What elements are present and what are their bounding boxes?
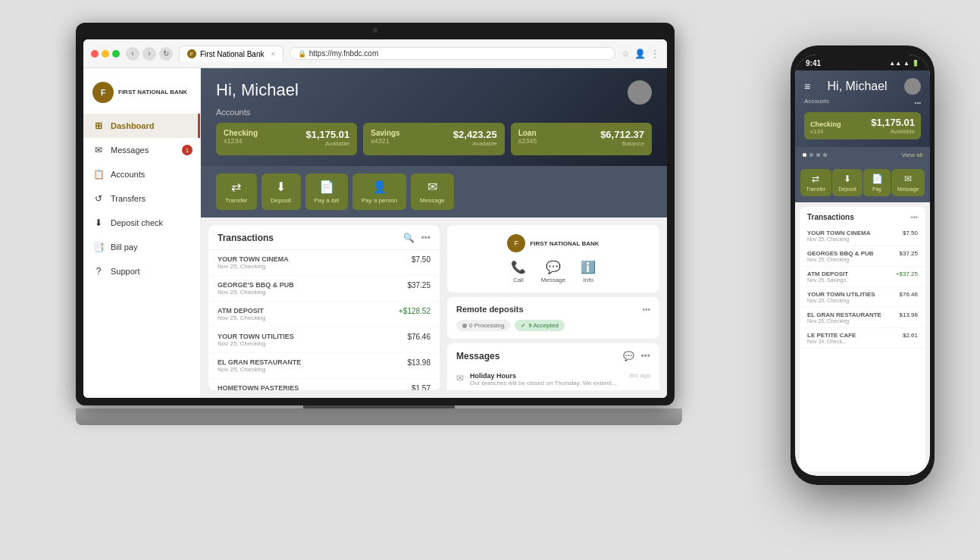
phone-dot-1[interactable] bbox=[809, 153, 813, 157]
phone-txn-name-3: YOUR TOWN UTILITIES bbox=[807, 291, 875, 298]
phone-user-avatar[interactable] bbox=[904, 78, 921, 95]
loan-name: Loan bbox=[518, 129, 537, 137]
phone-dot-0[interactable] bbox=[803, 153, 806, 157]
message-envelope-icon-0: ✉ bbox=[456, 373, 464, 383]
phone-pay-button[interactable]: 📄 Pay bbox=[863, 169, 891, 196]
phone-account-amount: $1,175.01 bbox=[871, 117, 915, 128]
phone-menu-icon[interactable]: ≡ bbox=[804, 80, 810, 92]
phone-account-card[interactable]: Checking x134 $1,175.01 Available bbox=[804, 112, 921, 139]
sidebar-item-billpay[interactable]: 📑 Bill pay bbox=[83, 235, 200, 259]
laptop-screen-frame: ‹ › ↻ F First National Bank × 🔒 https://… bbox=[76, 23, 675, 405]
address-bar[interactable]: 🔒 https://my.fnbdc.com bbox=[290, 47, 615, 60]
back-button[interactable]: ‹ bbox=[126, 47, 139, 61]
savings-account-card[interactable]: Savings x4321 $2,423.25 Available bbox=[363, 123, 504, 155]
transfer-button[interactable]: ⇄ Transfer bbox=[216, 174, 257, 210]
txn-row-2[interactable]: ATM DEPOSIT Nov 25, Checking +$128.52 bbox=[208, 302, 440, 327]
phone-txn-name-1: GEORGES BBQ & PUB bbox=[807, 250, 874, 257]
battery-icon: 🔋 bbox=[912, 60, 919, 67]
browser-navigation: ‹ › ↻ bbox=[126, 47, 173, 61]
phone-account-number: x134 bbox=[810, 128, 841, 135]
phone-txn-4[interactable]: EL GRAN RESTAURANTE Nov 25, Checking $13… bbox=[800, 308, 925, 328]
txn-row-1[interactable]: GEORGE'S BBQ & PUB Nov 25, Checking $37.… bbox=[208, 276, 440, 302]
forward-button[interactable]: › bbox=[142, 47, 156, 61]
minimize-window-button[interactable] bbox=[102, 50, 109, 58]
txn-amount-3: $76.46 bbox=[407, 333, 431, 347]
txn-row-5[interactable]: HOMETOWN PASTERIES Nov 25, Checking $1.5… bbox=[208, 379, 440, 390]
phone-transfer-button[interactable]: ⇄ Transfer bbox=[800, 169, 832, 196]
reload-button[interactable]: ↻ bbox=[159, 47, 173, 61]
loan-account-card[interactable]: Loan x2345 $6,712.37 Balance bbox=[511, 123, 652, 155]
checking-amount: $1,175.01 bbox=[305, 129, 349, 140]
call-action[interactable]: 📞 Call bbox=[511, 260, 526, 283]
call-label: Call bbox=[513, 277, 524, 283]
message-item-0[interactable]: ✉ Holiday Hours Our branches will be clo… bbox=[456, 368, 650, 390]
info-action[interactable]: ℹ️ Info bbox=[581, 260, 596, 283]
pay-person-button[interactable]: 👤 Pay a person bbox=[352, 174, 406, 210]
checking-account-card[interactable]: Checking x1234 $1,175.01 Available bbox=[216, 123, 357, 155]
user-avatar[interactable] bbox=[628, 80, 652, 105]
search-icon[interactable]: 🔍 bbox=[403, 233, 415, 243]
dashboard-icon: ⊞ bbox=[92, 120, 105, 132]
maximize-window-button[interactable] bbox=[112, 50, 120, 58]
messages-panel-header: Messages 💬 ••• bbox=[456, 351, 650, 361]
savings-amount: $2,423.25 bbox=[453, 129, 497, 140]
phone-status-icons: ▲▲ ▲ 🔋 bbox=[889, 60, 919, 67]
phone-dot-2[interactable] bbox=[816, 153, 820, 157]
main-content: Hi, Michael Accounts Checking bbox=[201, 68, 667, 398]
phone-txn-2[interactable]: ATM Deposit Nov 25, Savings +$37.25 bbox=[800, 267, 925, 287]
browser-tab[interactable]: F First National Bank × bbox=[179, 45, 283, 61]
messages-more-icon[interactable]: ••• bbox=[640, 351, 650, 361]
contact-logo-icon: F bbox=[507, 234, 525, 252]
tab-close-button[interactable]: × bbox=[271, 50, 274, 58]
txn-amount-2: +$128.52 bbox=[399, 307, 431, 321]
phone-txn-5[interactable]: LE PETITE CAFE Nov 24, Check... $2.61 bbox=[800, 328, 925, 349]
messages-panel-icons: 💬 ••• bbox=[623, 351, 650, 361]
browser-window: ‹ › ↻ F First National Bank × 🔒 https://… bbox=[83, 39, 667, 398]
pay-bill-button[interactable]: 📄 Pay a bill bbox=[305, 174, 348, 210]
deposit-label: Deposit bbox=[271, 197, 291, 204]
tab-title: First National Bank bbox=[200, 50, 264, 58]
txn-row-4[interactable]: EL GRAN RESTAURANTE Nov 25, Checking $13… bbox=[208, 353, 440, 379]
bookmark-icon[interactable]: ☆ bbox=[622, 48, 630, 59]
transactions-more-icon[interactable]: ••• bbox=[421, 233, 431, 243]
phone-txn-1[interactable]: GEORGES BBQ & PUB Nov 25, Checking $37.2… bbox=[800, 246, 925, 267]
sidebar-item-label: Bill pay bbox=[111, 242, 137, 252]
bank-logo-text: First National Bank bbox=[118, 89, 187, 96]
phone-dot-3[interactable] bbox=[823, 153, 827, 157]
user-icon[interactable]: 👤 bbox=[634, 48, 646, 59]
pay-person-icon: 👤 bbox=[372, 180, 387, 194]
phone-account-available-label: Available bbox=[871, 128, 915, 135]
remote-deposits-more-icon[interactable]: ••• bbox=[642, 305, 650, 314]
sidebar-item-deposit[interactable]: ⬇ Deposit check bbox=[83, 211, 200, 235]
sidebar-item-messages[interactable]: ✉ Messages 1 bbox=[83, 138, 200, 162]
phone: 9:41 ▲▲ ▲ 🔋 ≡ Hi, Michael Accou bbox=[791, 45, 935, 485]
sidebar-item-dashboard[interactable]: ⊞ Dashboard bbox=[83, 114, 200, 138]
phone-txn-0[interactable]: YOUR TOWN CINEMA Nov 25, Checking $7.50 bbox=[800, 226, 925, 246]
close-window-button[interactable] bbox=[91, 50, 99, 58]
sidebar-item-transfers[interactable]: ↺ Transfers bbox=[83, 186, 200, 211]
menu-icon[interactable]: ⋮ bbox=[650, 48, 659, 59]
message-button[interactable]: ✉ Message bbox=[411, 174, 453, 210]
phone-transactions-more[interactable]: ••• bbox=[911, 214, 918, 221]
phone-account-info: Checking x134 bbox=[810, 120, 841, 135]
phone-message-button[interactable]: ✉ Message bbox=[891, 169, 925, 196]
processing-label: 0 Processing bbox=[469, 322, 504, 329]
txn-row-3[interactable]: YOUR TOWN UTILITIES Nov 25, Checking $76… bbox=[208, 327, 440, 353]
loan-number: x2345 bbox=[518, 137, 537, 145]
phone-deposit-button[interactable]: ⬇ Deposit bbox=[832, 169, 863, 196]
messages-panel: Messages 💬 ••• ✉ bbox=[447, 343, 659, 390]
phone-transactions-title: Transactions bbox=[807, 213, 854, 221]
txn-detail-0: YOUR TOWN CINEMA Nov 25, Checking bbox=[218, 255, 289, 270]
message-contact-action[interactable]: 💬 Message bbox=[541, 260, 565, 283]
phone-view-all-link[interactable]: View all bbox=[902, 152, 922, 158]
sidebar-item-accounts[interactable]: 📋 Accounts bbox=[83, 162, 200, 186]
sidebar-item-support[interactable]: ? Support bbox=[83, 259, 200, 283]
phone-notch bbox=[836, 45, 889, 62]
checking-name: Checking bbox=[224, 129, 258, 137]
txn-row-0[interactable]: YOUR TOWN CINEMA Nov 25, Checking $7.50 bbox=[208, 250, 440, 276]
phone-txn-3[interactable]: YOUR TOWN UTILITIES Nov 25, Checking $76… bbox=[800, 287, 925, 308]
messages-badge: 1 bbox=[182, 145, 193, 155]
browser-window-controls bbox=[91, 50, 120, 58]
phone-more-icon[interactable]: ••• bbox=[915, 99, 921, 106]
deposit-button[interactable]: ⬇ Deposit bbox=[261, 174, 301, 210]
